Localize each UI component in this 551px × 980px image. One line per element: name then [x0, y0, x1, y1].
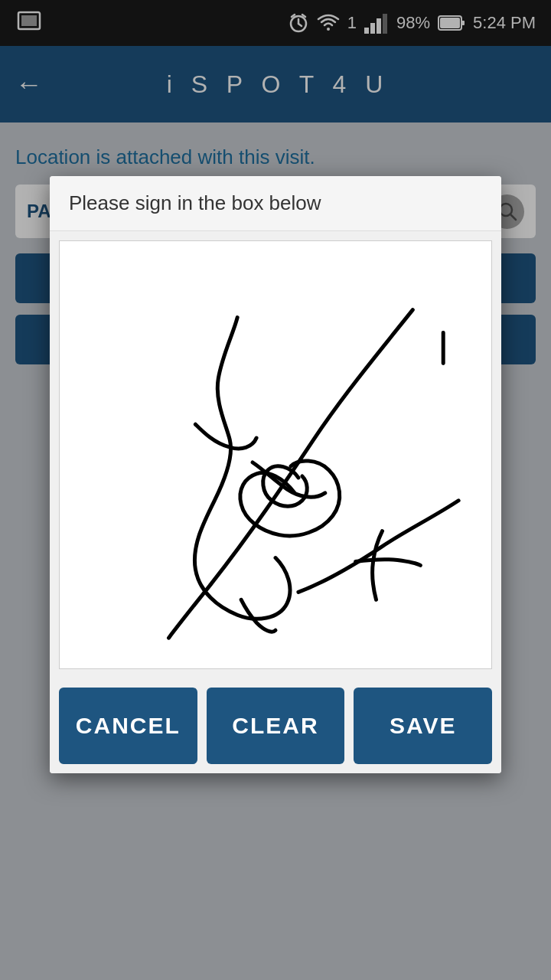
signature-canvas[interactable] [59, 240, 492, 669]
signature-dialog: Please sign in the box below [50, 176, 501, 773]
clear-button[interactable]: CLEAR [207, 688, 345, 764]
dialog-button-row: CANCEL CLEAR SAVE [50, 678, 501, 773]
cancel-button[interactable]: CANCEL [59, 688, 197, 764]
dialog-header: Please sign in the box below [50, 176, 501, 231]
dialog-header-text: Please sign in the box below [69, 191, 321, 214]
signature-svg [60, 241, 491, 668]
save-button[interactable]: SAVE [354, 688, 492, 764]
modal-overlay: Please sign in the box below [0, 0, 551, 980]
